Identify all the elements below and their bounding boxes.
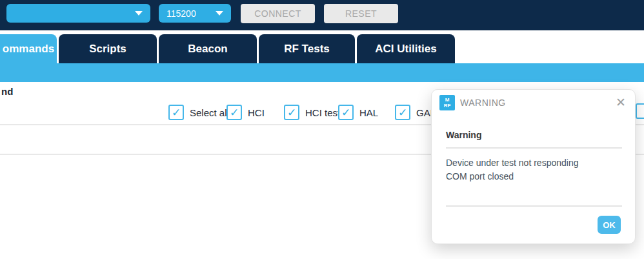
dialog-title: WARNING [460,98,506,108]
checkbox-label: HAL [359,107,378,118]
tab-bar: ommands Scripts Beacon RF Tests ACI Util… [0,30,644,63]
dialog-divider [446,147,622,149]
reset-button[interactable]: RESET [324,4,398,23]
partial-checkbox[interactable] [636,103,644,119]
active-tab-accent-strip [0,63,644,82]
checkbox-label: HCI [248,107,265,118]
checkbox-label: Select all [190,107,229,118]
dialog-message-line1: Device under test not responding [446,156,578,170]
ok-button[interactable]: OK [598,216,621,234]
baud-rate-select[interactable]: 115200 [159,4,231,23]
dialog-message-line2: COM port closed [446,170,578,183]
checkbox-checked-icon: ✓ [395,105,410,120]
dialog-message: Device under test not responding COM por… [446,156,578,183]
tab-scripts[interactable]: Scripts [59,34,157,63]
tab-commands[interactable]: ommands [0,34,57,63]
checkbox-label: HCI test [305,107,340,118]
dropdown-caret-icon [216,11,223,16]
checkbox-hci[interactable]: ✓ HCI [226,105,265,120]
checkbox-hci-test[interactable]: ✓ HCI test [284,105,340,120]
com-port-select[interactable] [6,4,150,23]
checkbox-checked-icon: ✓ [168,105,184,120]
section-heading: nd [1,86,13,97]
app-logo-icon: M RF [439,95,455,110]
checkbox-checked-icon: ✓ [226,105,242,120]
top-toolbar: 115200 CONNECT RESET [0,0,644,30]
connect-button[interactable]: CONNECT [241,4,315,23]
checkbox-hal[interactable]: ✓ HAL [338,105,378,120]
checkbox-checked-icon: ✓ [338,105,354,120]
baud-rate-value: 115200 [166,8,210,19]
dropdown-caret-icon [135,11,143,16]
tab-rf-tests[interactable]: RF Tests [259,34,355,63]
tab-beacon[interactable]: Beacon [159,34,257,63]
checkbox-icon [636,103,644,119]
tab-aci-utilities[interactable]: ACI Utilities [357,34,455,63]
app-window: 115200 CONNECT RESET ommands Scripts Bea… [0,0,644,259]
checkbox-gap[interactable]: ✓ GAP [395,105,437,120]
close-icon[interactable]: ✕ [616,95,626,110]
checkbox-select-all[interactable]: ✓ Select all [168,105,229,120]
dialog-divider [446,205,622,207]
warning-dialog: M RF WARNING ✕ Warning Device under test… [431,89,636,244]
checkbox-checked-icon: ✓ [284,105,299,120]
dialog-heading: Warning [446,130,481,140]
